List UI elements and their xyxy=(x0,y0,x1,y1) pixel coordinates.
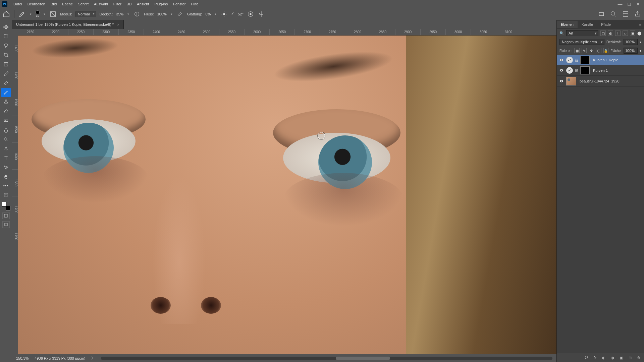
group-icon[interactable]: ▣ xyxy=(619,355,624,360)
menu-item[interactable]: Auswahl xyxy=(91,2,111,6)
menu-item[interactable]: Ebene xyxy=(59,2,75,6)
symmetry-icon[interactable] xyxy=(258,10,265,18)
layer-name[interactable]: beautiful-1844724_1920 xyxy=(578,79,642,83)
close-tab-icon[interactable]: × xyxy=(117,22,119,26)
smoothing-options-icon[interactable] xyxy=(220,10,228,18)
visibility-icon[interactable] xyxy=(559,57,564,63)
maximize-icon[interactable]: □ xyxy=(628,1,631,7)
adjustment-thumb[interactable] xyxy=(566,67,573,74)
edit-toolbar-icon[interactable]: ••• xyxy=(3,182,9,190)
blur-tool[interactable] xyxy=(1,126,11,134)
menu-item[interactable]: Datei xyxy=(11,2,25,6)
vertical-ruler[interactable]: 14001450150015501600165017001750 xyxy=(12,29,18,354)
menu-item[interactable]: Bild xyxy=(48,2,59,6)
screenmode2-icon[interactable] xyxy=(2,221,10,228)
visibility-icon[interactable] xyxy=(559,78,564,84)
blend-mode-select[interactable]: Normal xyxy=(75,11,96,17)
blend-mode-select[interactable]: Negativ multiplizieren xyxy=(559,39,604,45)
horizontal-scrollbar[interactable] xyxy=(101,357,552,360)
brush-settings-icon[interactable] xyxy=(49,10,57,18)
smoothing-value[interactable]: 0% xyxy=(205,12,211,16)
filter-shape-icon[interactable]: ▱ xyxy=(623,31,628,36)
zoom-level[interactable]: 150,3% xyxy=(16,356,29,360)
mask-icon[interactable]: ◐ xyxy=(601,355,606,360)
hand-tool[interactable] xyxy=(1,173,11,181)
lasso-tool[interactable] xyxy=(1,41,11,50)
crop-tool[interactable] xyxy=(1,51,11,59)
workspace-icon[interactable] xyxy=(622,10,629,18)
layer-row[interactable]: ⛓ Kurven 1 xyxy=(557,65,644,76)
fill-input[interactable] xyxy=(624,48,638,54)
screenmode-icon[interactable] xyxy=(2,213,10,219)
marquee-tool[interactable] xyxy=(1,32,11,41)
filter-pixel-icon[interactable]: ▢ xyxy=(600,31,606,36)
document-tab[interactable]: Unbenannt-1 bei 150% (Kurven 1 Kopie, Eb… xyxy=(12,20,124,29)
lock-all-icon[interactable]: 🔒 xyxy=(603,48,609,53)
link-layers-icon[interactable]: ⛓ xyxy=(584,355,589,360)
flow-value[interactable]: 100% xyxy=(157,12,167,16)
smoothing-dropdown[interactable]: ▾ xyxy=(214,12,217,16)
filter-smart-icon[interactable]: ▣ xyxy=(630,31,635,36)
brush-tool-icon[interactable] xyxy=(18,10,26,18)
layer-thumb[interactable] xyxy=(566,77,576,85)
pressure-size-icon[interactable] xyxy=(247,10,254,18)
lock-position-icon[interactable]: ✥ xyxy=(589,48,594,53)
menu-item[interactable]: Filter xyxy=(111,2,124,6)
home-icon[interactable] xyxy=(3,10,10,18)
brush-dropdown[interactable]: ▾ xyxy=(43,12,46,16)
brush-tool[interactable] xyxy=(1,88,11,97)
menu-item[interactable]: Schrift xyxy=(75,2,91,6)
frame-tool[interactable] xyxy=(1,60,11,69)
color-swatches[interactable] xyxy=(2,202,10,210)
fx-icon[interactable]: fx xyxy=(592,355,598,360)
lock-transparency-icon[interactable]: ▦ xyxy=(574,48,580,53)
menu-item[interactable]: Bearbeiten xyxy=(25,2,48,6)
lock-artboard-icon[interactable]: ▢ xyxy=(596,48,601,53)
menu-item[interactable]: 3D xyxy=(124,2,134,6)
layer-opacity-input[interactable] xyxy=(624,39,638,45)
panel-menu-icon[interactable]: ≡ xyxy=(637,22,644,26)
flow-dropdown[interactable]: ▾ xyxy=(170,12,173,16)
eyedropper-tool[interactable] xyxy=(1,69,11,78)
angle-value[interactable]: 52° xyxy=(238,12,244,16)
filter-toggle[interactable]: ⬤ xyxy=(637,31,641,36)
minimize-icon[interactable]: — xyxy=(618,1,623,7)
share-icon[interactable] xyxy=(634,10,641,18)
tab-layers[interactable]: Ebenen xyxy=(557,21,578,28)
new-layer-icon[interactable]: ⊞ xyxy=(627,355,633,360)
document-dimensions[interactable]: 4936 Px x 3319 Px (300 ppcm) xyxy=(35,356,85,360)
trash-icon[interactable]: 🗑 xyxy=(636,355,641,360)
horizontal-ruler[interactable]: 2150220022502300235024002450250025502600… xyxy=(18,29,556,36)
layer-mask-thumb[interactable] xyxy=(580,56,590,64)
lock-pixels-icon[interactable]: ✎ xyxy=(582,48,587,53)
healing-tool[interactable] xyxy=(1,79,11,87)
tab-paths[interactable]: Pfade xyxy=(597,21,615,28)
dropdown-icon[interactable]: ▾ xyxy=(640,40,641,44)
tool-preset-dropdown[interactable]: ▾ xyxy=(29,12,32,16)
search-icon[interactable] xyxy=(610,10,617,18)
adjustment-icon[interactable]: ◑ xyxy=(610,355,615,360)
menu-item[interactable]: Plug-ins xyxy=(152,2,170,6)
pressure-opacity-icon[interactable] xyxy=(133,10,141,18)
layer-name[interactable]: Kurven 1 Kopie xyxy=(592,58,642,62)
dropdown-icon[interactable]: ▾ xyxy=(640,49,641,53)
opacity-dropdown[interactable]: ▾ xyxy=(127,12,130,16)
menu-item[interactable]: Hilfe xyxy=(188,2,201,6)
menu-item[interactable]: Ansicht xyxy=(134,2,152,6)
filter-adjust-icon[interactable]: ◐ xyxy=(608,31,613,36)
menu-item[interactable]: Fenster xyxy=(170,2,188,6)
layer-row[interactable]: ⛓ Kurven 1 Kopie xyxy=(557,55,644,65)
canvas[interactable] xyxy=(18,36,556,354)
pen-tool[interactable] xyxy=(1,144,11,153)
airbrush-icon[interactable] xyxy=(176,10,184,18)
quickmask-icon[interactable] xyxy=(1,191,11,199)
status-chevron-icon[interactable]: 〉 xyxy=(91,356,95,361)
visibility-icon[interactable] xyxy=(559,68,564,73)
close-icon[interactable]: ✕ xyxy=(636,1,640,7)
type-tool[interactable] xyxy=(1,154,11,163)
filter-type-select[interactable]: Art xyxy=(566,30,598,36)
move-tool[interactable] xyxy=(1,22,11,31)
eraser-tool[interactable] xyxy=(1,107,11,116)
layer-name[interactable]: Kurven 1 xyxy=(592,68,642,72)
adjustment-thumb[interactable] xyxy=(566,57,573,63)
